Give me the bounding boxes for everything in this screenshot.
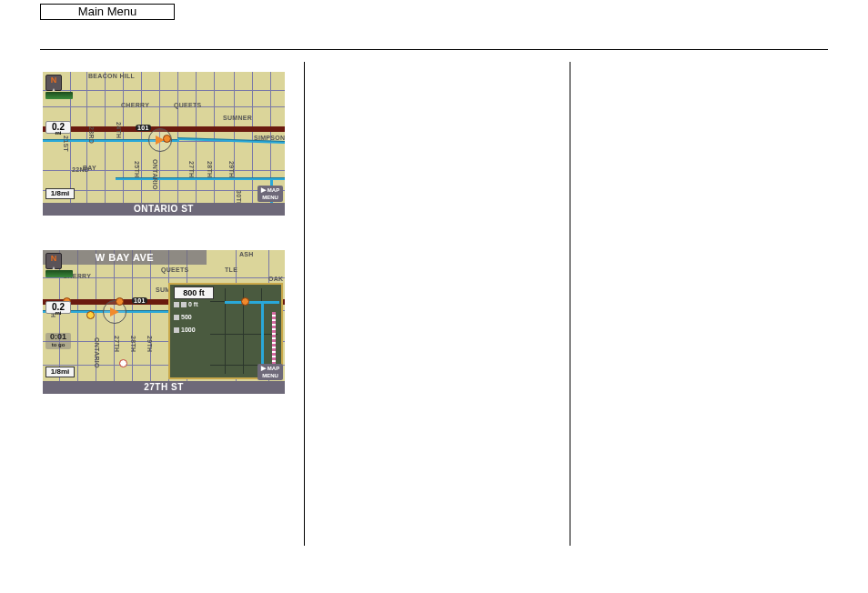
hwy-shield: 101 bbox=[136, 125, 151, 131]
scale-chip[interactable]: 1/8mi bbox=[45, 367, 75, 377]
main-menu-tab[interactable]: Main Menu bbox=[40, 4, 175, 20]
poi-shell-icon bbox=[86, 311, 95, 319]
time-to-go-chip: 0:01 to go bbox=[45, 333, 71, 349]
map-screenshot-1: BEACON HILL CHERRY QUEETS SUMNER BAY SIM… bbox=[43, 72, 285, 216]
vehicle-icon bbox=[110, 307, 119, 317]
header-rule bbox=[40, 49, 828, 50]
poi-icon bbox=[163, 135, 171, 143]
poi-icon bbox=[119, 359, 127, 367]
poi-icon bbox=[241, 297, 249, 306]
guidance-distance: 800 ft bbox=[174, 286, 214, 299]
label-queets: QUEETS bbox=[174, 102, 202, 108]
distance-chip: 0.2 mi bbox=[45, 121, 71, 134]
label-cherry: CHERRY bbox=[121, 102, 149, 108]
column-separator-2 bbox=[570, 62, 570, 546]
map-menu-button[interactable]: ▶ MAP MENU bbox=[257, 186, 283, 202]
map-screenshot-2: CHERRY QUEETS SUM ASH TLE OAK IND 24TH O… bbox=[43, 250, 285, 394]
current-street-band: 27TH ST bbox=[43, 381, 285, 394]
label-sumner: SUMNER bbox=[223, 115, 252, 121]
compass-icon[interactable]: N▲ bbox=[45, 75, 62, 91]
compass-icon[interactable]: N▲ bbox=[45, 253, 62, 269]
map-menu-button[interactable]: ▶ MAP MENU bbox=[257, 364, 283, 380]
next-street-title: W BAY AVE bbox=[43, 250, 207, 265]
label-simpson: SIMPSON bbox=[254, 135, 285, 141]
hwy-shield: 101 bbox=[132, 297, 147, 304]
poi-icon bbox=[116, 297, 124, 306]
gps-indicator bbox=[45, 92, 73, 99]
column-separator-1 bbox=[304, 62, 305, 546]
distance-chip: 0.2 mi bbox=[45, 301, 71, 314]
label-beacon-hill: BEACON HILL bbox=[88, 73, 135, 79]
gps-indicator bbox=[45, 270, 73, 277]
scale-chip[interactable]: 1/8mi bbox=[45, 188, 75, 199]
current-street-band: ONTARIO ST bbox=[43, 203, 285, 216]
